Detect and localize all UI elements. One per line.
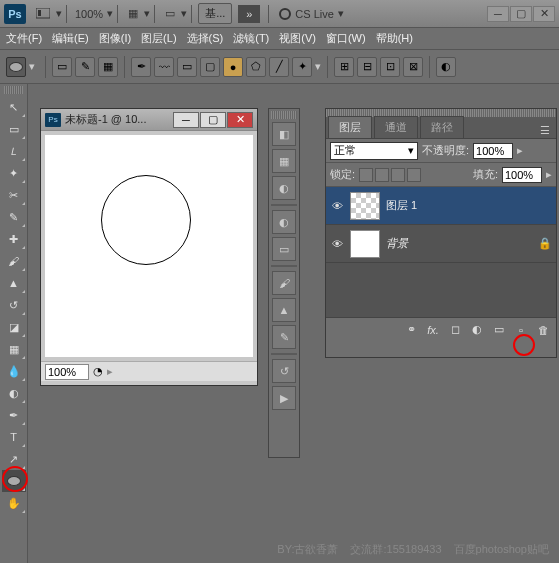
delete-layer-icon[interactable]: 🗑	[536, 323, 550, 337]
swatches-panel-icon[interactable]: ▦	[272, 149, 296, 173]
polygon-shape-icon[interactable]: ⬠	[246, 57, 266, 77]
zoom-dropdown-icon[interactable]: ▾	[107, 7, 113, 20]
opacity-arrow-icon[interactable]: ▸	[517, 144, 523, 157]
brushpresets-panel-icon[interactable]: ✎	[272, 325, 296, 349]
opacity-field[interactable]: 100%	[473, 143, 513, 159]
eyedropper-tool[interactable]: ✎	[2, 206, 26, 228]
custom-shape-icon[interactable]: ✦	[292, 57, 312, 77]
color-panel-icon[interactable]: ◧	[272, 122, 296, 146]
doc-minimize-button[interactable]: ─	[173, 112, 199, 128]
restore-button[interactable]: ▢	[510, 6, 532, 22]
masks-panel-icon[interactable]: ▭	[272, 237, 296, 261]
fill-field[interactable]: 100%	[502, 167, 542, 183]
fill-arrow-icon[interactable]: ▸	[546, 168, 552, 181]
arrange-icon[interactable]: ▦	[124, 5, 142, 23]
combine-intersect-icon[interactable]: ⊡	[380, 57, 400, 77]
path-select-tool[interactable]: ↗	[2, 448, 26, 470]
eraser-tool[interactable]: ◪	[2, 316, 26, 338]
layer-style-icon[interactable]: fx.	[426, 323, 440, 337]
combine-exclude-icon[interactable]: ⊠	[403, 57, 423, 77]
actions-panel-icon[interactable]: ▶	[272, 386, 296, 410]
doc-close-button[interactable]: ✕	[227, 112, 253, 128]
lock-position-icon[interactable]	[391, 168, 405, 182]
layer-name[interactable]: 图层 1	[386, 198, 417, 213]
adjustments-panel-icon[interactable]: ◐	[272, 210, 296, 234]
layer-thumb[interactable]	[350, 192, 380, 220]
fill-pixels-icon[interactable]: ▦	[98, 57, 118, 77]
shape-tool[interactable]	[2, 470, 26, 492]
style-icon[interactable]: ◐	[436, 57, 456, 77]
new-layer-icon[interactable]: ▫	[514, 323, 528, 337]
tab-paths[interactable]: 路径	[420, 116, 464, 138]
rect-shape-icon[interactable]: ▭	[177, 57, 197, 77]
toolbar-grip[interactable]	[4, 86, 23, 94]
move-tool[interactable]: ↖	[2, 96, 26, 118]
doc-restore-button[interactable]: ▢	[200, 112, 226, 128]
roundrect-shape-icon[interactable]: ▢	[200, 57, 220, 77]
dodge-tool[interactable]: ◐	[2, 382, 26, 404]
menu-filter[interactable]: 滤镜(T)	[233, 31, 269, 46]
menu-select[interactable]: 选择(S)	[187, 31, 224, 46]
wand-tool[interactable]: ✦	[2, 162, 26, 184]
workspace-button[interactable]: 基...	[198, 3, 232, 24]
group-icon[interactable]: ▭	[492, 323, 506, 337]
zoom-level[interactable]: 100%	[75, 8, 103, 20]
visibility-icon[interactable]: 👁	[330, 199, 344, 213]
crop-tool[interactable]: ✂	[2, 184, 26, 206]
layer-row[interactable]: 👁 背景 🔒	[326, 225, 556, 263]
bridge-dropdown-icon[interactable]: ▾	[56, 7, 62, 20]
gradient-tool[interactable]: ▦	[2, 338, 26, 360]
stamp-tool[interactable]: ▲	[2, 272, 26, 294]
lasso-tool[interactable]: 𝘓	[2, 140, 26, 162]
minimize-button[interactable]: ─	[487, 6, 509, 22]
canvas[interactable]	[45, 135, 253, 357]
screen-mode-icon[interactable]: ▭	[161, 5, 179, 23]
link-layers-icon[interactable]: ⚭	[404, 323, 418, 337]
minipanel-grip[interactable]	[271, 111, 297, 119]
ellipse-shape-icon[interactable]: ●	[223, 57, 243, 77]
pen-icon[interactable]: ✒	[131, 57, 151, 77]
line-shape-icon[interactable]: ╱	[269, 57, 289, 77]
layer-mask-icon[interactable]: ◻	[448, 323, 462, 337]
arrange-dropdown-icon[interactable]: ▾	[144, 7, 150, 20]
menu-window[interactable]: 窗口(W)	[326, 31, 366, 46]
menu-image[interactable]: 图像(I)	[99, 31, 131, 46]
layer-thumb[interactable]	[350, 230, 380, 258]
styles-panel-icon[interactable]: ◐	[272, 176, 296, 200]
doc-zoom-field[interactable]: 100%	[45, 364, 89, 380]
hand-tool[interactable]: ✋	[2, 492, 26, 514]
adjustment-layer-icon[interactable]: ◐	[470, 323, 484, 337]
combine-subtract-icon[interactable]: ⊟	[357, 57, 377, 77]
pen-tool[interactable]: ✒	[2, 404, 26, 426]
combine-add-icon[interactable]: ⊞	[334, 57, 354, 77]
freeform-pen-icon[interactable]: 〰	[154, 57, 174, 77]
bridge-icon[interactable]	[34, 5, 52, 23]
layer-name[interactable]: 背景	[386, 236, 408, 251]
menu-edit[interactable]: 编辑(E)	[52, 31, 89, 46]
marquee-tool[interactable]: ▭	[2, 118, 26, 140]
lock-image-icon[interactable]	[375, 168, 389, 182]
menu-help[interactable]: 帮助(H)	[376, 31, 413, 46]
layer-row[interactable]: 👁 图层 1	[326, 187, 556, 225]
workspace-expand-icon[interactable]: »	[238, 5, 260, 23]
lock-transparent-icon[interactable]	[359, 168, 373, 182]
clone-panel-icon[interactable]: ▲	[272, 298, 296, 322]
blend-mode-select[interactable]: 正常▾	[330, 142, 418, 160]
tab-channels[interactable]: 通道	[374, 116, 418, 138]
panel-menu-icon[interactable]: ☰	[537, 122, 553, 138]
shape-layers-icon[interactable]: ▭	[52, 57, 72, 77]
close-button[interactable]: ✕	[533, 6, 555, 22]
doc-info-icon[interactable]: ◔	[93, 365, 103, 378]
brush-panel-icon[interactable]: 🖌	[272, 271, 296, 295]
paths-icon[interactable]: ✎	[75, 57, 95, 77]
tab-layers[interactable]: 图层	[328, 116, 372, 138]
history-brush-tool[interactable]: ↺	[2, 294, 26, 316]
menu-view[interactable]: 视图(V)	[279, 31, 316, 46]
tool-preset-icon[interactable]	[6, 57, 26, 77]
history-panel-icon[interactable]: ↺	[272, 359, 296, 383]
lock-all-icon[interactable]	[407, 168, 421, 182]
blur-tool[interactable]: 💧	[2, 360, 26, 382]
cslive-button[interactable]: CS Live▾	[279, 7, 344, 20]
type-tool[interactable]: T	[2, 426, 26, 448]
visibility-icon[interactable]: 👁	[330, 237, 344, 251]
